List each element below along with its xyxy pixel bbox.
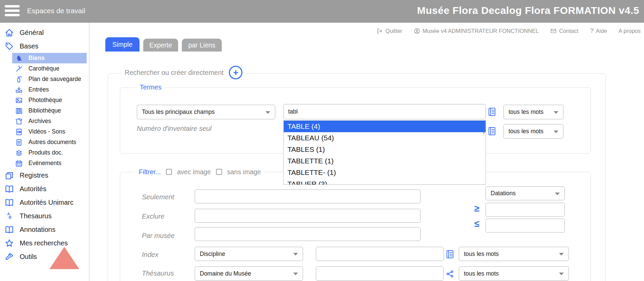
sidebar-item-evenements[interactable]: Evènements xyxy=(12,158,87,168)
index-match-select[interactable]: tous les mots xyxy=(459,247,569,261)
sidebar-item-produits-doc[interactable]: Produits doc. xyxy=(12,147,87,158)
autocomplete-option[interactable]: TABLES (1) xyxy=(284,144,486,155)
sidebar-item-videos-sons[interactable]: Vidéos - Sons xyxy=(12,126,87,137)
sidebar-item-phototheque[interactable]: Photothèque xyxy=(12,95,87,105)
inbox-download-icon xyxy=(15,86,23,94)
sidebar-item-label: Photothèque xyxy=(28,97,62,104)
sidebar-item-label: Archives xyxy=(28,118,51,125)
topbar: Espaces de travail Musée Flora Decalog F… xyxy=(0,0,644,23)
thesaurus-field-select[interactable]: Domaine du Musée xyxy=(195,266,303,281)
autocomplete-option[interactable]: TABLETTE (1) xyxy=(284,155,486,167)
sidebar-item-label: Autorités Unimarc xyxy=(20,199,73,206)
image-icon xyxy=(15,97,23,104)
exclude-input[interactable] xyxy=(195,209,421,223)
sidebar-item-annotations[interactable]: Annotations xyxy=(0,223,89,236)
sidebar-item-label: Thesaurus xyxy=(20,212,52,220)
autocomplete-option[interactable]: TABLEAU (54) xyxy=(284,132,486,144)
sidebar-item-label: Evènements xyxy=(28,160,61,167)
sidebar-item-label: Plan de sauvegarde xyxy=(28,76,81,83)
sidebar-item-carotheque[interactable]: Carothèque xyxy=(12,63,87,74)
contact-label: Contact xyxy=(559,28,578,34)
autocomplete-option[interactable]: TABLIER (3) xyxy=(284,178,486,185)
contact-button[interactable]: Contact xyxy=(550,28,578,34)
tab-experte[interactable]: Experte xyxy=(143,39,178,52)
dictionary-lookup-icon[interactable] xyxy=(446,250,454,260)
sidebar-item-registres[interactable]: Registres xyxy=(0,168,89,182)
chevron-down-icon xyxy=(554,111,558,114)
help-button[interactable]: ? Aide xyxy=(590,27,607,35)
sidebar-item-biens[interactable]: ♞ Biens xyxy=(12,53,87,63)
quit-button[interactable]: Quitter xyxy=(377,28,402,34)
sidebar-item-autres-documents[interactable]: Autres documents xyxy=(12,137,87,147)
app-title: Musée Flora Decalog Flora FORMATION v4.5 xyxy=(417,5,639,16)
match-mode-select-1[interactable]: tous les mots xyxy=(503,105,563,119)
sidebar-item-label: Annotations xyxy=(20,226,56,234)
sidebar-item-autorites[interactable]: Autorités xyxy=(0,182,89,196)
field-select-value: Tous les principaux champs xyxy=(142,108,215,116)
quit-label: Quitter xyxy=(385,28,402,34)
chevron-down-icon xyxy=(554,131,558,133)
match-mode-select-2[interactable]: tous les mots xyxy=(503,124,563,139)
only-input[interactable] xyxy=(195,189,421,203)
term-input[interactable] xyxy=(283,104,486,119)
archive-box-icon xyxy=(15,118,23,125)
index-input[interactable] xyxy=(316,247,444,261)
document-icon xyxy=(15,139,23,146)
index-field-select[interactable]: Discipline xyxy=(195,247,303,261)
date-from-input[interactable] xyxy=(486,203,565,217)
sidebar-item-bases[interactable]: Bases xyxy=(0,39,89,53)
chevron-down-icon xyxy=(555,193,560,195)
sidebar-item-label: Autorités xyxy=(20,185,46,193)
workspace-label[interactable]: Espaces de travail xyxy=(27,7,85,15)
about-label: A propos xyxy=(619,28,641,34)
library-books-icon xyxy=(15,107,23,115)
sidebar-item-general[interactable]: Général xyxy=(0,26,89,39)
dropdown-scrollbar[interactable] xyxy=(484,122,484,134)
home-icon xyxy=(5,28,14,37)
user-menu[interactable]: Musée v4 ADMINISTRATEUR FONCTIONNEL xyxy=(414,28,539,34)
sidebar-item-label: Carothèque xyxy=(28,65,59,72)
sidebar-item-plan-sauvegarde[interactable]: Plan de sauvegarde xyxy=(12,74,87,84)
hamburger-menu-icon[interactable] xyxy=(5,5,20,18)
sidebar-item-archives[interactable]: Archives xyxy=(12,116,87,126)
thesaurus-field-value: Domaine du Musée xyxy=(200,270,251,277)
sidebar: Général Bases ♞ Biens Carothèque Plan de… xyxy=(0,23,89,281)
termes-legend: Termes xyxy=(137,83,165,91)
datations-select[interactable]: Datations xyxy=(486,186,565,200)
greater-equal-symbol: ≥ xyxy=(474,203,479,214)
thesaurus-tree-icon[interactable] xyxy=(446,269,454,280)
open-book-icon xyxy=(5,225,14,234)
sidebar-item-entrees[interactable]: Entrées xyxy=(12,84,87,95)
without-image-checkbox[interactable] xyxy=(216,169,222,175)
sidebar-item-label: Outils xyxy=(20,253,37,261)
sidebar-item-bibliotheque[interactable]: Bibliothèque xyxy=(12,105,87,116)
autocomplete-option[interactable]: TABLE (4) xyxy=(284,121,486,132)
field-select[interactable]: Tous les principaux champs xyxy=(137,105,275,119)
chess-knight-icon: ♞ xyxy=(15,55,23,62)
thesaurus-match-select[interactable]: tous les mots xyxy=(459,266,569,281)
by-museum-label: Par musée xyxy=(142,232,175,240)
tab-par-liens[interactable]: par Liens xyxy=(182,39,222,52)
dictionary-lookup-icon[interactable] xyxy=(488,107,496,118)
add-record-button[interactable]: + xyxy=(229,66,242,79)
date-to-input[interactable] xyxy=(486,219,565,233)
registers-icon xyxy=(5,171,14,180)
tab-simple[interactable]: Simple xyxy=(105,37,139,52)
thesaurus-label: Thésaurus xyxy=(142,269,174,277)
autocomplete-option[interactable]: TABLETTE- (1) xyxy=(284,167,486,178)
sidebar-item-thesaurus[interactable]: A↓↑B Thesaurus xyxy=(0,209,89,223)
chevron-down-icon xyxy=(559,253,564,256)
by-museum-input[interactable] xyxy=(195,227,421,241)
scroll-hint-triangle[interactable] xyxy=(49,247,79,269)
thesaurus-input[interactable] xyxy=(316,266,444,281)
only-label: Seulement xyxy=(142,193,174,201)
index-label: Index xyxy=(142,251,158,259)
with-image-checkbox[interactable] xyxy=(166,169,172,175)
user-circle-icon xyxy=(414,28,420,34)
sidebar-item-autorites-unimarc[interactable]: Autorités Unimarc xyxy=(0,196,89,209)
dictionary-lookup-icon[interactable] xyxy=(488,127,496,137)
chevron-down-icon xyxy=(559,273,564,275)
without-image-label: sans image xyxy=(227,168,261,176)
about-button[interactable]: A propos xyxy=(619,28,641,34)
datations-value: Datations xyxy=(491,190,516,197)
